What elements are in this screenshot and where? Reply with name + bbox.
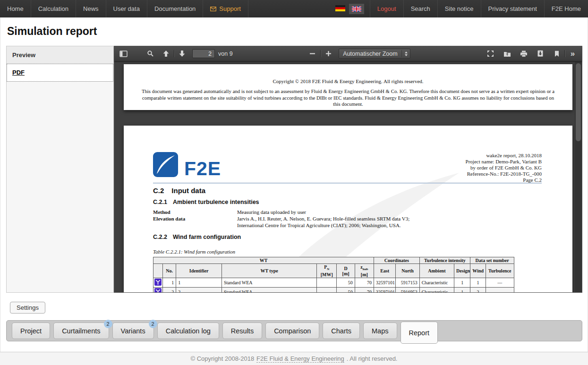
method-label: Method [153,209,170,215]
uk-flag-icon [352,6,361,12]
nav-home[interactable]: Home [0,0,31,17]
pdf-scrollbar-thumb[interactable] [576,63,581,141]
nav-user-data[interactable]: User data [106,0,147,17]
print-button[interactable] [517,48,530,59]
nav-logout[interactable]: Logout [370,0,404,17]
curtailments-count-badge: 2 [104,320,112,328]
language-switcher [330,0,370,17]
settings-button[interactable]: Settings [10,302,45,314]
next-page-button[interactable] [176,48,188,59]
sidebar-toggle-icon [119,51,128,57]
group-coordinates: Coordinates [374,257,420,264]
reference-number: Reference-No.: F2E-2018-TG_-000 [466,171,542,177]
report-date: wake2e report, 28.10.2018 [466,153,542,159]
table-row: 1 1 Standard WEA 50 70 32597101 5917153 … [153,278,514,288]
zoom-out-button[interactable] [306,48,319,59]
tab-maps[interactable]: Maps [363,323,397,339]
previous-page-button[interactable] [160,48,172,59]
search-icon [147,50,154,57]
find-button[interactable] [144,48,157,59]
variants-count-badge: 2 [149,320,157,328]
col-ambient: Ambient [419,264,454,278]
open-folder-icon [503,51,511,57]
sidebar-toggle-button[interactable] [117,48,130,59]
page-title: Simulation report [7,25,97,38]
bookmark-icon [554,51,560,57]
download-icon [537,50,544,57]
more-tools-button[interactable]: » [566,48,579,59]
main-content: Simulation report Preview PDF vo [0,17,588,352]
tab-calculation-log[interactable]: Calculation log [157,323,219,339]
page1-disclaimer: This document was generated automaticall… [138,88,558,108]
sidebar-item-pdf[interactable]: PDF [7,64,113,82]
nav-calculation[interactable]: Calculation [31,0,76,17]
pdf-pages-area: Copyright © 2018 F2E Fluid & Energy Engi… [114,62,582,292]
current-view-button[interactable] [550,48,563,59]
nav-search[interactable]: Search [404,0,438,17]
col-zhub: zhub [m] [355,264,374,278]
tab-results[interactable]: Results [222,323,262,339]
table-caption: Table C.2.2.1: Wind farm configuration [153,249,235,255]
col-turbulence: Turbulence [486,264,514,278]
plus-icon [325,51,332,57]
toolbar-separator [564,50,565,57]
nav-site-notice[interactable]: Site notice [438,0,481,17]
download-button[interactable] [534,48,546,59]
nav-news[interactable]: News [76,0,106,17]
wind-turbine-icon [154,288,162,292]
english-flag-selected[interactable] [349,4,364,14]
col-north: North [396,264,419,278]
page-number-input[interactable] [192,49,215,58]
presentation-mode-button[interactable] [484,48,497,59]
col-pn: PN [MW] [317,264,337,278]
arrow-down-icon [179,50,186,57]
envelope-icon [210,7,216,11]
page1-copyright: Copyright © 2018 F2E Fluid & Energy Engi… [124,78,572,84]
open-file-button[interactable] [501,48,513,59]
nav-f2e-home[interactable]: F2E Home [545,0,588,17]
page-count-label: von 9 [218,51,233,57]
printer-icon [520,51,528,57]
minus-icon [309,51,315,57]
elevation-value: Jarvis A., H.I. Reuter, A. Nelson, E. Gu… [237,216,409,229]
f2e-logo: F2E [153,152,221,177]
pdf-link[interactable]: PDF [12,69,25,76]
col-east: East [374,264,396,278]
nav-support[interactable]: Support [203,0,248,17]
nav-privacy-statement[interactable]: Privacy statement [481,0,545,17]
wind-turbine-icon [154,279,162,286]
col-identifier: Identifier [176,264,222,278]
tab-report[interactable]: Report [401,322,438,344]
german-flag-icon[interactable] [335,5,345,13]
pdf-scrollbar [575,62,582,292]
fullscreen-icon [487,50,494,57]
tab-curtailments[interactable]: Curtailments 2 [53,323,109,339]
col-wt-type: WT type [222,264,316,278]
group-wt: WT [153,257,374,264]
table-row: 2 2 Standard WEA 50 70 32597101 5916953 … [153,288,514,293]
tab-comparison[interactable]: Comparison [265,323,319,339]
report-header-block: wake2e report, 28.10.2018 Project name: … [466,153,542,183]
pdf-page-2: F2E wake2e report, 28.10.2018 Project na… [124,126,572,292]
col-d: D [m] [337,264,355,278]
toolbar-separator [320,50,321,57]
f2e-logo-icon [153,152,178,177]
toolbar-separator [174,50,174,57]
zoom-level-select[interactable]: Automatischer Zoom [339,49,410,59]
tab-variants[interactable]: Variants 2 [112,323,154,339]
section-wind-farm-config: C.2.2Wind farm configuration [153,234,241,240]
elevation-label: Elevation data [153,216,185,221]
col-wind: Wind [470,264,486,278]
page-footer: © Copyright 2008-2018 F2E Fluid & Energy… [0,352,588,365]
footer-company-link[interactable]: F2E Fluid & Energy Engineering [256,355,344,363]
nav-documentation[interactable]: Documentation [147,0,203,17]
zoom-in-button[interactable] [322,48,335,59]
arrow-up-icon [162,50,170,57]
tab-project[interactable]: Project [12,323,50,339]
tab-charts[interactable]: Charts [323,323,360,339]
footer-copyright-suffix: . All right reserved. [347,355,398,362]
order-line: by order of F2E GmbH & Co. KG [466,165,542,171]
double-chevron-right-icon: » [571,50,575,58]
col-no: No. [163,264,176,278]
method-value: Measuring data uploaded by user [237,209,306,216]
